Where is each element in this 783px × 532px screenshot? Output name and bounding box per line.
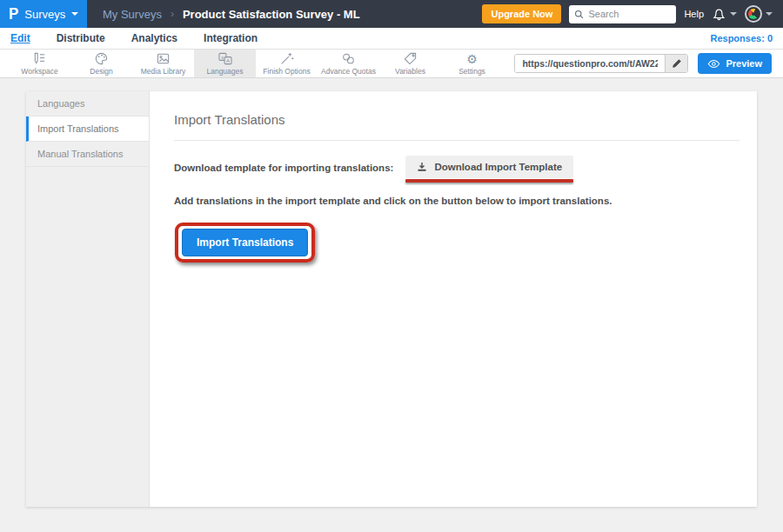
pencil-icon xyxy=(672,58,682,69)
toolbar-tab-media-library[interactable]: Media Library xyxy=(132,50,194,77)
toolbar-tab-label: Media Library xyxy=(141,67,186,76)
download-import-template-button[interactable]: Download Import Template xyxy=(405,156,573,178)
section-nav: Edit Distribute Analytics Integration Re… xyxy=(0,28,783,50)
toolbar-tab-languages[interactable]: x A Languages xyxy=(194,50,256,77)
product-menu-label: Surveys xyxy=(24,8,65,21)
variables-icon xyxy=(403,52,418,66)
edit-url-button[interactable] xyxy=(665,55,687,72)
svg-text:x: x xyxy=(221,54,224,60)
questionpro-logo-icon: P xyxy=(9,6,18,22)
edit-toolbar: Workspace Design Media Library xyxy=(0,50,783,78)
notifications-menu[interactable] xyxy=(712,7,737,22)
breadcrumb: My Surveys › Product Satisfaction Survey… xyxy=(103,8,360,21)
toolbar-tab-label: Settings xyxy=(458,67,485,76)
settings-icon: ⚙ xyxy=(466,52,478,66)
upgrade-now-button[interactable]: Upgrade Now xyxy=(482,4,561,23)
toolbar-right: Preview xyxy=(514,50,783,77)
toolbar-tab-finish-options[interactable]: Finish Options xyxy=(256,50,318,77)
languages-panel: Languages Import Translations Manual Tra… xyxy=(26,91,757,507)
toolbar-tab-variables[interactable]: Variables xyxy=(379,50,441,77)
tab-integration[interactable]: Integration xyxy=(204,32,258,44)
chevron-down-icon xyxy=(71,12,78,16)
languages-icon: x A xyxy=(218,52,233,66)
account-menu[interactable] xyxy=(745,5,773,23)
toolbar-tab-advance-quotas[interactable]: Advance Quotas xyxy=(318,50,379,77)
finish-options-icon xyxy=(279,52,294,66)
search-icon xyxy=(574,9,584,20)
import-translations-button[interactable]: Import Translations xyxy=(182,229,308,256)
global-search[interactable] xyxy=(569,5,676,23)
tab-edit[interactable]: Edit xyxy=(10,32,30,44)
preview-button[interactable]: Preview xyxy=(698,53,772,74)
survey-title: Product Satisfaction Survey - ML xyxy=(183,8,360,21)
responses-count[interactable]: Responses: 0 xyxy=(710,33,773,43)
import-translations-content: Import Translations Download template fo… xyxy=(150,91,757,507)
design-icon xyxy=(94,52,109,66)
chevron-down-icon xyxy=(730,12,737,16)
divider xyxy=(174,140,740,141)
breadcrumb-separator: › xyxy=(171,8,174,20)
eye-icon xyxy=(707,59,720,69)
advance-quotas-icon xyxy=(341,52,356,66)
avatar xyxy=(745,5,762,23)
red-underline-annotation xyxy=(405,179,573,183)
top-bar: P Surveys My Surveys › Product Satisfact… xyxy=(0,0,783,28)
page-title: Import Translations xyxy=(174,112,740,127)
download-template-label: Download template for importing translat… xyxy=(174,163,393,173)
help-link[interactable]: Help xyxy=(684,9,704,19)
media-library-icon xyxy=(156,52,171,66)
toolbar-tab-design[interactable]: Design xyxy=(70,50,132,77)
workspace-icon xyxy=(32,52,47,66)
survey-url-group xyxy=(514,54,688,73)
sidebar-item-import-translations[interactable]: Import Translations xyxy=(26,116,149,142)
toolbar-tab-settings[interactable]: ⚙ Settings xyxy=(441,50,503,77)
topbar-right: Upgrade Now Help xyxy=(482,4,783,23)
sidebar-item-manual-translations[interactable]: Manual Translations xyxy=(26,142,149,167)
download-button-wrap: Download Import Template xyxy=(405,156,573,183)
preview-label: Preview xyxy=(726,58,762,69)
download-button-label: Download Import Template xyxy=(434,162,562,172)
bell-icon xyxy=(712,7,726,22)
search-input[interactable] xyxy=(588,9,671,19)
toolbar-tab-label: Design xyxy=(90,67,112,76)
chevron-down-icon xyxy=(766,12,773,16)
breadcrumb-my-surveys[interactable]: My Surveys xyxy=(103,8,162,21)
tab-analytics[interactable]: Analytics xyxy=(131,32,177,44)
toolbar-tab-label: Finish Options xyxy=(263,67,310,76)
red-ring-annotation: Import Translations xyxy=(175,223,315,263)
sidebar-item-languages[interactable]: Languages xyxy=(26,91,149,116)
download-template-row: Download template for importing translat… xyxy=(174,156,740,183)
download-icon xyxy=(417,162,427,172)
instruction-text: Add translations in the import template … xyxy=(174,196,740,206)
toolbar-tab-label: Advance Quotas xyxy=(321,67,376,76)
toolbar-tab-label: Variables xyxy=(395,67,425,76)
survey-url-input[interactable] xyxy=(515,55,665,72)
toolbar-tab-workspace[interactable]: Workspace xyxy=(9,50,70,77)
surveys-product-menu[interactable]: P Surveys xyxy=(0,0,87,28)
toolbar-tab-label: Languages xyxy=(206,67,243,76)
languages-sidebar: Languages Import Translations Manual Tra… xyxy=(26,91,150,507)
toolbar-tab-label: Workspace xyxy=(21,67,57,76)
tab-distribute[interactable]: Distribute xyxy=(57,32,105,44)
